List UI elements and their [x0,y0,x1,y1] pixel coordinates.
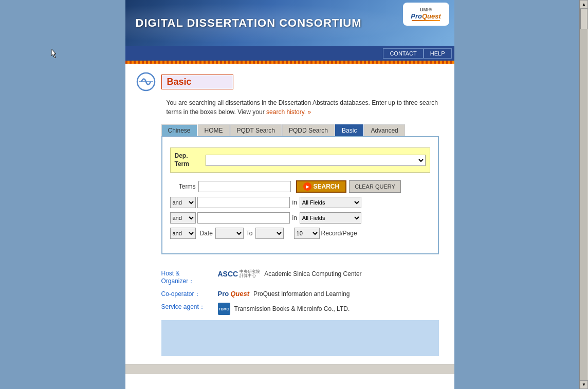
scrollbar-track [580,9,587,380]
search-history-link[interactable]: search history. » [266,108,311,116]
terms-input[interactable] [198,181,291,192]
tab-basic[interactable]: Basic [335,124,363,136]
service-content: TBMC Transmission Books & Microinfo Co.,… [218,303,350,315]
contact-button[interactable]: CONTACT [383,48,423,59]
service-agent-row: Service agent： TBMC Transmission Books &… [161,303,444,315]
blue-footer [161,320,439,356]
co-operator-content: ProQuest ProQuest Information and Learni… [218,290,350,298]
page-icon [136,71,156,92]
bottom-bar [125,364,454,374]
help-button[interactable]: HELP [424,48,452,59]
brand-logo: ProQuest [411,12,441,20]
header: DIGITAL DISSERTATION CONSORTIUM UMI® Pro… [125,0,454,46]
host-name: Academic Sinica Computing Center [264,270,361,277]
main-wrapper: DIGITAL DISSERTATION CONSORTIUM UMI® Pro… [0,0,579,389]
host-label: Host &Organizer： [161,270,218,286]
service-label: Service agent： [161,303,218,311]
search-buttons: ▶ SEARCH CLEAR QUERY [296,180,401,193]
fields-select-1[interactable]: All Fields Title Author Abstract [300,197,361,208]
records-label: Record/Page [321,230,357,237]
date-label: Date [200,230,213,237]
and-input-1[interactable] [197,197,290,208]
date-row: and or not Date To 10 20 50 [170,228,430,239]
nav-bar: CONTACT HELP [125,46,454,61]
tbmc-icon: TBMC [218,303,230,315]
ascc-abbr: ASCC [218,270,238,278]
page-title: Basic [161,75,233,89]
dep-term-select[interactable] [206,155,426,166]
co-operator-row: Co-operator： ProQuest ProQuest Informati… [161,290,444,299]
to-label: To [246,230,253,237]
tbmc-name: Transmission Books & Microinfo Co., LTD. [234,305,350,312]
page-description: You are searching all dissertations in t… [167,98,444,117]
proquest-brand-logo: ProQuest [218,290,250,298]
search-button[interactable]: ▶ SEARCH [296,180,347,193]
and-select-2[interactable]: and or not [170,212,196,224]
host-content: ASCC 中央研究院計算中心 Academic Sinica Computing… [218,270,362,278]
and-input-2[interactable] [197,212,290,224]
tab-pqdt[interactable]: PQDT Search [230,124,282,136]
clear-button[interactable]: CLEAR QUERY [349,180,401,193]
dep-term-label: Dep.Term [175,152,200,168]
terms-row: Terms ▶ SEARCH CLEAR QUERY [170,180,430,193]
content-area: Basic You are searching all dissertation… [125,64,454,364]
tab-home[interactable]: HOME [198,124,230,136]
in-label-2: in [292,214,297,221]
page-container: DIGITAL DISSERTATION CONSORTIUM UMI® Pro… [125,0,454,389]
umi-label: UMI® [420,7,432,12]
ascc-logo: ASCC 中央研究院計算中心 [218,270,261,278]
date-to-select[interactable] [255,228,284,239]
and-row-2: and or not in All Fields Title Author Ab… [170,212,430,224]
tab-pqdd[interactable]: PQDD Search [282,124,335,136]
search-form: Dep.Term Terms ▶ SEARCH CLEAR QUERY [161,136,439,254]
tab-advanced[interactable]: Advanced [364,124,405,136]
in-label-1: in [292,199,297,206]
records-per-page-select[interactable]: 10 20 50 [294,228,320,239]
ascc-chinese: 中央研究院計算中心 [240,270,260,278]
tab-chinese[interactable]: Chinese [161,124,197,136]
terms-label: Terms [170,183,196,190]
proquest-name: ProQuest Information and Learning [253,290,350,298]
logo-underline [412,20,440,21]
fields-select-2[interactable]: All Fields Title Author Abstract [300,212,361,224]
tbmc-logo: TBMC [218,303,230,315]
host-organizer-row: Host &Organizer： ASCC 中央研究院計算中心 Academic… [161,270,444,286]
tab-navigation: Chinese HOME PQDT Search PQDD Search Bas… [161,124,444,136]
scrollbar-thumb[interactable] [580,9,587,29]
scroll-up-button[interactable]: ▲ [580,0,588,9]
date-from-select[interactable] [215,228,244,239]
and-select-1[interactable]: and or not [170,197,196,208]
dep-term-row: Dep.Term [170,147,430,173]
proquest-logo: UMI® ProQuest [403,3,449,26]
scrollbar[interactable]: ▲ ▼ [579,0,588,389]
and-row-1: and or not in All Fields Title Author Ab… [170,197,430,208]
scroll-down-button[interactable]: ▼ [580,380,588,389]
co-operator-label: Co-operator： [161,290,218,299]
footer-info: Host &Organizer： ASCC 中央研究院計算中心 Academic… [161,270,444,315]
page-title-section: Basic [136,71,444,92]
search-icon: ▶ [303,182,311,191]
and-select-3[interactable]: and or not [170,228,196,239]
site-title: DIGITAL DISSERTATION CONSORTIUM [136,16,362,30]
